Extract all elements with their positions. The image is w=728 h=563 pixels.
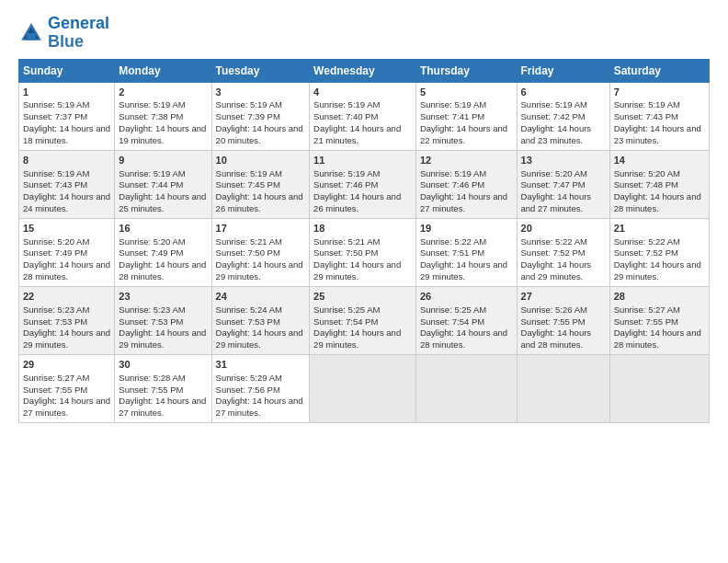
day-number: 20 [521,222,606,236]
sunset: Sunset: 7:54 PM [420,316,484,327]
daylight: Daylight: 14 hours and 29 minutes. [614,259,701,282]
day-number: 26 [420,290,513,304]
daylight: Daylight: 14 hours and 28 minutes. [420,327,507,350]
day-cell: 18Sunrise: 5:21 AMSunset: 7:50 PMDayligh… [310,218,416,286]
daylight: Daylight: 14 hours and 29 minutes. [119,327,206,350]
sunset: Sunset: 7:46 PM [313,179,378,190]
daylight: Daylight: 14 hours and 29 minutes. [23,327,110,350]
sunrise: Sunrise: 5:27 AM [23,373,89,383]
day-number: 5 [420,86,513,99]
daylight: Daylight: 14 hours and 28 minutes. [119,259,206,282]
sunrise: Sunrise: 5:22 AM [521,236,587,247]
day-cell: 10Sunrise: 5:19 AMSunset: 7:45 PMDayligh… [211,150,310,218]
daylight: Daylight: 14 hours and 26 minutes. [216,191,303,213]
sunset: Sunset: 7:45 PM [216,179,280,190]
svg-rect-2 [27,33,35,40]
day-number: 4 [313,86,412,99]
daylight: Daylight: 14 hours and 23 minutes. [521,123,592,145]
sunrise: Sunrise: 5:20 AM [614,168,680,178]
sunrise: Sunrise: 5:28 AM [119,373,185,383]
sunrise: Sunrise: 5:19 AM [23,168,89,178]
daylight: Daylight: 14 hours and 24 minutes. [23,191,110,213]
sunrise: Sunrise: 5:21 AM [313,236,380,247]
day-cell: 16Sunrise: 5:20 AMSunset: 7:49 PMDayligh… [115,218,211,286]
week-row-1: 1Sunrise: 5:19 AMSunset: 7:37 PMDaylight… [19,82,710,150]
daylight: Daylight: 14 hours and 28 minutes. [614,191,701,213]
day-number: 31 [216,358,306,372]
sunset: Sunset: 7:48 PM [614,179,678,190]
daylight: Daylight: 14 hours and 28 minutes. [23,259,110,282]
sunrise: Sunrise: 5:20 AM [521,168,587,178]
sunrise: Sunrise: 5:19 AM [420,168,486,178]
day-number: 10 [216,154,306,167]
sunrise: Sunrise: 5:19 AM [119,99,185,109]
daylight: Daylight: 14 hours and 21 minutes. [313,123,401,145]
day-number: 1 [23,86,110,99]
day-number: 27 [521,290,606,304]
day-cell: 31Sunrise: 5:29 AMSunset: 7:56 PMDayligh… [211,354,310,422]
day-cell [609,354,709,422]
sunset: Sunset: 7:39 PM [216,111,280,121]
sunrise: Sunrise: 5:21 AM [216,236,282,247]
sunrise: Sunrise: 5:20 AM [23,236,89,247]
sunrise: Sunrise: 5:23 AM [23,304,89,315]
sunrise: Sunrise: 5:19 AM [521,99,587,109]
logo: General Blue [18,15,109,52]
day-number: 16 [119,222,207,236]
day-cell [415,354,517,422]
sunset: Sunset: 7:54 PM [313,316,378,327]
sunset: Sunset: 7:42 PM [521,111,586,121]
day-number: 29 [23,358,110,372]
sunrise: Sunrise: 5:19 AM [614,99,680,109]
day-cell: 26Sunrise: 5:25 AMSunset: 7:54 PMDayligh… [415,286,517,354]
daylight: Daylight: 14 hours and 26 minutes. [313,191,401,213]
day-number: 30 [119,358,207,372]
day-cell: 15Sunrise: 5:20 AMSunset: 7:49 PMDayligh… [19,218,115,286]
sunrise: Sunrise: 5:19 AM [313,168,380,178]
sunset: Sunset: 7:44 PM [119,179,183,190]
daylight: Daylight: 14 hours and 29 minutes. [420,259,507,282]
daylight: Daylight: 14 hours and 27 minutes. [420,191,507,213]
sunset: Sunset: 7:50 PM [313,247,378,258]
day-cell: 6Sunrise: 5:19 AMSunset: 7:42 PMDaylight… [517,82,609,150]
day-cell: 7Sunrise: 5:19 AMSunset: 7:43 PMDaylight… [609,82,709,150]
day-number: 28 [614,290,705,304]
sunset: Sunset: 7:47 PM [521,179,586,190]
day-cell: 30Sunrise: 5:28 AMSunset: 7:55 PMDayligh… [115,354,211,422]
daylight: Daylight: 14 hours and 18 minutes. [23,123,110,145]
day-cell: 8Sunrise: 5:19 AMSunset: 7:43 PMDaylight… [19,150,115,218]
sunrise: Sunrise: 5:19 AM [216,168,282,178]
daylight: Daylight: 14 hours and 29 minutes. [313,259,401,282]
col-header-sunday: Sunday [19,59,115,82]
daylight: Daylight: 14 hours and 29 minutes. [521,259,592,282]
day-number: 6 [521,86,606,99]
week-row-3: 15Sunrise: 5:20 AMSunset: 7:49 PMDayligh… [19,218,710,286]
col-header-friday: Friday [517,59,609,82]
day-cell: 22Sunrise: 5:23 AMSunset: 7:53 PMDayligh… [19,286,115,354]
day-cell [310,354,416,422]
sunset: Sunset: 7:53 PM [216,316,280,327]
day-number: 21 [614,222,705,236]
page-header: General Blue [18,15,710,52]
sunrise: Sunrise: 5:22 AM [614,236,680,247]
day-number: 9 [119,154,207,167]
daylight: Daylight: 14 hours and 20 minutes. [216,123,303,145]
day-number: 23 [119,290,207,304]
day-number: 24 [216,290,306,304]
sunset: Sunset: 7:49 PM [119,247,183,258]
week-row-5: 29Sunrise: 5:27 AMSunset: 7:55 PMDayligh… [19,354,710,422]
sunset: Sunset: 7:55 PM [614,316,678,327]
day-cell: 25Sunrise: 5:25 AMSunset: 7:54 PMDayligh… [310,286,416,354]
daylight: Daylight: 14 hours and 25 minutes. [119,191,206,213]
sunrise: Sunrise: 5:19 AM [23,99,89,109]
day-cell: 4Sunrise: 5:19 AMSunset: 7:40 PMDaylight… [310,82,416,150]
day-number: 19 [420,222,513,236]
col-header-monday: Monday [115,59,211,82]
sunrise: Sunrise: 5:19 AM [216,99,282,109]
col-header-tuesday: Tuesday [211,59,310,82]
daylight: Daylight: 14 hours and 27 minutes. [119,396,206,418]
daylight: Daylight: 14 hours and 29 minutes. [313,327,401,350]
day-cell: 5Sunrise: 5:19 AMSunset: 7:41 PMDaylight… [415,82,517,150]
daylight: Daylight: 14 hours and 23 minutes. [614,123,701,145]
sunrise: Sunrise: 5:29 AM [216,373,282,383]
